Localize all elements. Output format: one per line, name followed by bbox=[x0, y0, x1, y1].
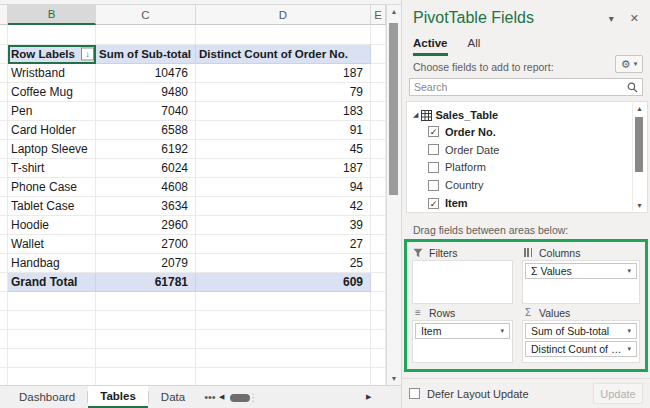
cell[interactable]: Hoodie bbox=[8, 216, 96, 235]
sheet-tab-data[interactable]: Data bbox=[149, 386, 197, 408]
field-list-scrollbar[interactable]: ▲ ▼ bbox=[632, 103, 646, 211]
cell[interactable] bbox=[0, 216, 8, 235]
field-item-platform[interactable]: Platform bbox=[428, 159, 631, 177]
cell[interactable]: 45 bbox=[196, 140, 371, 159]
table-node[interactable]: ◢ Sales_Table bbox=[413, 107, 631, 123]
cell[interactable] bbox=[0, 25, 8, 45]
vertical-scrollbar[interactable]: ▲ ▼ bbox=[386, 5, 401, 385]
cell[interactable] bbox=[0, 83, 8, 102]
cell[interactable] bbox=[371, 159, 386, 178]
cell[interactable] bbox=[8, 349, 96, 368]
cell[interactable] bbox=[96, 25, 196, 45]
filters-drop-zone[interactable] bbox=[412, 260, 513, 304]
scroll-down-icon[interactable]: ▼ bbox=[633, 202, 646, 209]
cell[interactable]: Grand Total bbox=[8, 273, 96, 292]
cell[interactable] bbox=[0, 368, 8, 385]
expand-triangle-icon[interactable]: ◢ bbox=[413, 111, 418, 119]
checkbox-checked[interactable]: ✓ bbox=[428, 126, 439, 137]
tools-button[interactable]: ⚙ ▾ bbox=[615, 55, 643, 73]
horizontal-scrollbar-thumb[interactable] bbox=[230, 394, 250, 402]
cell[interactable]: 2960 bbox=[96, 216, 196, 235]
cell[interactable]: Wallet bbox=[8, 235, 96, 254]
cell[interactable] bbox=[8, 25, 96, 45]
sheet-tab-dashboard[interactable]: Dashboard bbox=[7, 386, 87, 408]
cell[interactable]: 4608 bbox=[96, 178, 196, 197]
cell[interactable] bbox=[371, 330, 386, 349]
cell[interactable] bbox=[371, 83, 386, 102]
scroll-left-icon[interactable]: ◀ bbox=[219, 393, 224, 401]
cell[interactable] bbox=[371, 235, 386, 254]
field-pill[interactable]: Distinct Count of Order No.▾ bbox=[525, 341, 637, 357]
cell[interactable] bbox=[371, 292, 386, 311]
scroll-right-icon[interactable]: ▶ bbox=[366, 393, 371, 401]
cell[interactable]: 10476 bbox=[96, 64, 196, 83]
chevron-down-icon[interactable]: ▾ bbox=[627, 345, 631, 353]
cell[interactable] bbox=[196, 349, 371, 368]
cell[interactable] bbox=[8, 330, 96, 349]
cell[interactable] bbox=[0, 159, 8, 178]
cell[interactable] bbox=[371, 349, 386, 368]
row-labels-filter-button[interactable]: ↓ bbox=[81, 48, 94, 61]
cell[interactable] bbox=[371, 197, 386, 216]
cell[interactable]: Row Labels↓ bbox=[8, 45, 96, 64]
scroll-down-icon[interactable]: ▼ bbox=[387, 375, 401, 382]
cell[interactable]: 9480 bbox=[96, 83, 196, 102]
cell[interactable]: 79 bbox=[196, 83, 371, 102]
cell[interactable] bbox=[196, 292, 371, 311]
cell[interactable] bbox=[371, 216, 386, 235]
cell[interactable]: Tablet Case bbox=[8, 197, 96, 216]
cell[interactable] bbox=[371, 121, 386, 140]
cell[interactable] bbox=[96, 349, 196, 368]
cell[interactable] bbox=[196, 368, 371, 385]
cell[interactable]: Coffee Mug bbox=[8, 83, 96, 102]
cell[interactable]: 91 bbox=[196, 121, 371, 140]
cell[interactable] bbox=[196, 330, 371, 349]
cell[interactable] bbox=[0, 178, 8, 197]
cell[interactable]: 183 bbox=[196, 102, 371, 121]
cell[interactable] bbox=[96, 330, 196, 349]
cell[interactable]: T-shirt bbox=[8, 159, 96, 178]
chevron-down-icon[interactable]: ▾ bbox=[627, 267, 631, 275]
cell[interactable] bbox=[196, 311, 371, 330]
cell[interactable]: 6588 bbox=[96, 121, 196, 140]
cell[interactable] bbox=[0, 121, 8, 140]
column-header-B[interactable]: B bbox=[8, 5, 96, 25]
columns-drop-zone[interactable]: Σ Values▾ bbox=[522, 260, 640, 304]
cell[interactable] bbox=[0, 197, 8, 216]
search-input[interactable] bbox=[410, 81, 627, 93]
cell[interactable]: 25 bbox=[196, 254, 371, 273]
tab-active[interactable]: Active bbox=[413, 37, 448, 56]
cell[interactable]: 94 bbox=[196, 178, 371, 197]
cell[interactable] bbox=[371, 273, 386, 292]
cell[interactable] bbox=[0, 45, 8, 64]
cell[interactable]: Laptop Sleeve bbox=[8, 140, 96, 159]
cell[interactable]: 187 bbox=[196, 64, 371, 83]
cell[interactable] bbox=[0, 273, 8, 292]
values-drop-zone[interactable]: Sum of Sub-total▾Distinct Count of Order… bbox=[522, 320, 640, 363]
checkbox-unchecked[interactable] bbox=[428, 144, 439, 155]
column-header-partial[interactable] bbox=[0, 5, 8, 25]
cell[interactable]: 6024 bbox=[96, 159, 196, 178]
cell[interactable] bbox=[96, 368, 196, 385]
field-pill[interactable]: Sum of Sub-total▾ bbox=[525, 323, 637, 339]
cell[interactable] bbox=[96, 292, 196, 311]
cell[interactable]: 609 bbox=[196, 273, 371, 292]
cell[interactable] bbox=[8, 368, 96, 385]
field-search-box[interactable] bbox=[409, 78, 643, 96]
sheet-tab-tables[interactable]: Tables bbox=[88, 386, 148, 408]
cell[interactable] bbox=[0, 64, 8, 83]
cell[interactable] bbox=[371, 368, 386, 385]
cell[interactable] bbox=[371, 64, 386, 83]
column-header-E[interactable]: E bbox=[371, 5, 386, 25]
defer-layout-checkbox[interactable] bbox=[409, 388, 420, 399]
cell[interactable]: 39 bbox=[196, 216, 371, 235]
cell[interactable] bbox=[0, 349, 8, 368]
cell[interactable] bbox=[0, 254, 8, 273]
cell[interactable] bbox=[196, 25, 371, 45]
cell[interactable] bbox=[0, 330, 8, 349]
cell[interactable]: 2700 bbox=[96, 235, 196, 254]
cell[interactable]: 2079 bbox=[96, 254, 196, 273]
cell[interactable] bbox=[0, 311, 8, 330]
column-header-C[interactable]: C bbox=[96, 5, 196, 25]
vertical-scrollbar-thumb[interactable] bbox=[389, 23, 398, 195]
